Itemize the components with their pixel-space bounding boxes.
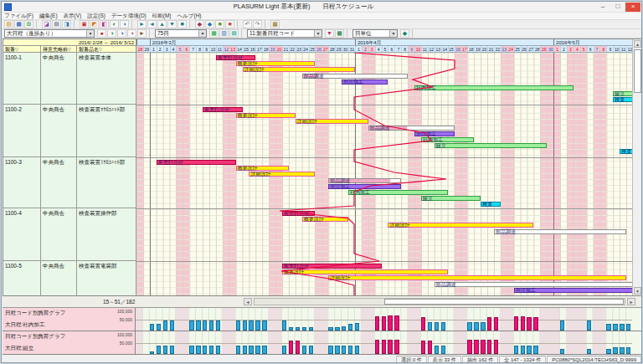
- copy-icon[interactable]: ◪: [42, 20, 51, 28]
- sort-icon[interactable]: ▽: [68, 47, 71, 52]
- sort-icon[interactable]: ▽: [99, 47, 102, 52]
- task-bar[interactable]: 客先打合せ: [282, 264, 382, 269]
- task-bar[interactable]: 詳細設計: [249, 172, 315, 177]
- chevron-down-icon[interactable]: ▼: [314, 30, 322, 37]
- menu-item-6[interactable]: ヘルプ(H): [177, 13, 202, 20]
- task-bar[interactable]: 社内加工: [421, 137, 474, 142]
- task-bar[interactable]: 客先打合せ: [216, 55, 255, 60]
- task-bar[interactable]: 部品調達: [435, 282, 633, 287]
- task-bar[interactable]: 概要設計: [236, 61, 316, 66]
- vertical-scrollbar[interactable]: ▲ ▼: [632, 39, 641, 295]
- open-icon[interactable]: ▨: [4, 20, 13, 28]
- table-row[interactable]: 1100-5中央商会検査装置電装部: [3, 261, 136, 297]
- task-bar[interactable]: 組立: [435, 143, 547, 148]
- table-row[interactable]: 1100-2中央商会検査装置ﾏｸﾛﾕﾆｯﾄ部: [3, 105, 136, 157]
- scroll-up-icon[interactable]: ▲: [634, 40, 641, 48]
- span-select[interactable]: 75日▼: [155, 29, 207, 38]
- chevron-down-icon[interactable]: ▼: [198, 30, 206, 37]
- mode-icon-2[interactable]: ◑: [120, 20, 129, 28]
- tool-icon-4[interactable]: ▼: [167, 20, 177, 28]
- menu-item-0[interactable]: ファイル(F): [4, 13, 33, 20]
- table-row[interactable]: 1100-4中央商会検査装置操作部: [3, 208, 136, 261]
- task-bar[interactable]: 部品調達: [302, 74, 409, 79]
- task-bar[interactable]: 社内加工: [414, 85, 574, 90]
- redo-icon[interactable]: ↷: [253, 20, 262, 28]
- refresh-icon[interactable]: ●: [97, 29, 106, 38]
- board-icon-1[interactable]: ▦: [209, 29, 219, 38]
- menu-item-2[interactable]: 表示(V): [64, 13, 82, 20]
- task-bar[interactable]: 詳細設計: [388, 223, 533, 228]
- unit-select[interactable]: 日単位▼: [352, 29, 398, 38]
- flag-icon-2[interactable]: ■: [225, 20, 234, 28]
- print-icon[interactable]: ▤: [52, 20, 61, 28]
- task-bar[interactable]: 検査: [481, 202, 501, 207]
- help-icon[interactable]: ▩: [270, 20, 280, 28]
- minimize-button[interactable]: –: [595, 3, 610, 12]
- scroll-right-icon[interactable]: ►: [627, 298, 635, 305]
- filter-icon-3[interactable]: ◧: [100, 20, 109, 28]
- code-select[interactable]: 11:製番日程コード▼: [247, 29, 322, 38]
- task-bar[interactable]: 客先打合せ: [282, 211, 316, 216]
- preview-icon[interactable]: ◨: [62, 20, 71, 28]
- maximize-button[interactable]: □: [610, 3, 625, 12]
- tool-icon-2[interactable]: ◄: [147, 20, 157, 28]
- menu-item-5[interactable]: 印刷(M): [152, 13, 172, 20]
- task-bar[interactable]: 客先打合せ: [203, 107, 242, 112]
- scroll-left-icon[interactable]: ◄: [244, 298, 252, 305]
- task-bar[interactable]: 概要設計: [236, 166, 289, 171]
- task-bar[interactable]: 概要設計: [302, 217, 348, 222]
- task-bar[interactable]: 外注加工: [328, 184, 401, 189]
- task-bar[interactable]: 組立: [613, 91, 633, 96]
- pie-icon-2[interactable]: ◑: [117, 29, 126, 38]
- scroll-down-icon[interactable]: ▼: [634, 287, 641, 295]
- table-row[interactable]: 1100-3中央商会検査装置ﾐｸﾛﾕﾆｯﾄ部: [3, 157, 136, 208]
- hscroll-thumb[interactable]: [384, 299, 624, 305]
- task-bar[interactable]: 社内加工: [348, 190, 448, 195]
- new-icon[interactable]: ⊞: [24, 20, 33, 28]
- mode-icon-1[interactable]: ◐: [110, 20, 119, 28]
- load-graph-plot[interactable]: [136, 308, 632, 331]
- pie-icon-3[interactable]: ◑: [127, 29, 136, 38]
- load-graph-plot[interactable]: [136, 331, 632, 354]
- task-bar[interactable]: 詳細設計: [328, 275, 626, 280]
- task-bar[interactable]: 組立: [421, 196, 481, 201]
- tool-icon-3[interactable]: ▲: [157, 20, 167, 28]
- view-select[interactable]: 大日程（進捗あり）▼: [4, 29, 95, 38]
- vscroll-thumb[interactable]: [634, 49, 641, 93]
- task-bar[interactable]: 客先打合せ: [157, 160, 236, 165]
- tool-icon-5[interactable]: ■: [177, 20, 187, 28]
- task-bar[interactable]: 詳細設計: [296, 119, 368, 124]
- close-button[interactable]: ×: [625, 3, 640, 12]
- filter-icon-2[interactable]: ◩: [90, 20, 99, 28]
- save-icon[interactable]: ▦: [14, 20, 23, 28]
- task-bar[interactable]: 検査: [620, 149, 633, 154]
- sort-icon[interactable]: ▽: [15, 47, 18, 52]
- task-bar[interactable]: 部品調達: [368, 126, 455, 131]
- flag-icon-1[interactable]: ■: [215, 20, 224, 28]
- task-bar[interactable]: 外注加工: [414, 131, 454, 136]
- task-bar[interactable]: 外注加工: [514, 288, 633, 293]
- grid-icon[interactable]: ▦: [335, 29, 344, 38]
- chevron-down-icon[interactable]: ▼: [389, 30, 397, 37]
- menu-item-1[interactable]: 編集(E): [39, 13, 58, 20]
- filter-icon-1[interactable]: ▣: [80, 20, 89, 28]
- jump-icon[interactable]: ►: [137, 29, 147, 38]
- column-header-1[interactable]: 得意先略称▽: [41, 46, 77, 52]
- column-header-0[interactable]: 製番▽: [3, 46, 41, 52]
- task-bar[interactable]: 概要設計: [282, 269, 448, 274]
- pie-icon-1[interactable]: ◑: [107, 29, 116, 38]
- task-bar[interactable]: 部品調達: [328, 178, 401, 183]
- column-header-2[interactable]: 製番品名▽: [77, 46, 136, 52]
- menu-item-3[interactable]: 設定(S): [87, 13, 105, 20]
- menu-item-4[interactable]: データ環境(D): [111, 13, 147, 20]
- task-bar[interactable]: 概要設計: [236, 113, 296, 118]
- apply-icon[interactable]: ◆: [400, 29, 409, 38]
- task-bar[interactable]: 部品調達: [494, 229, 626, 234]
- horizontal-scrollbar[interactable]: [254, 298, 625, 305]
- task-bar[interactable]: 外注加工: [342, 79, 388, 85]
- table-row[interactable]: 1100-1中央商会検査装置本体: [3, 53, 136, 105]
- gantt-chart[interactable]: 客先打合せ概要設計詳細設計部品調達外注加工社内加工組立検査客先打合せ概要設計詳細…: [136, 53, 633, 295]
- link-icon-1[interactable]: ◆: [195, 20, 204, 28]
- board-icon-3[interactable]: ▤: [229, 29, 239, 38]
- chevron-down-icon[interactable]: ▼: [86, 30, 94, 37]
